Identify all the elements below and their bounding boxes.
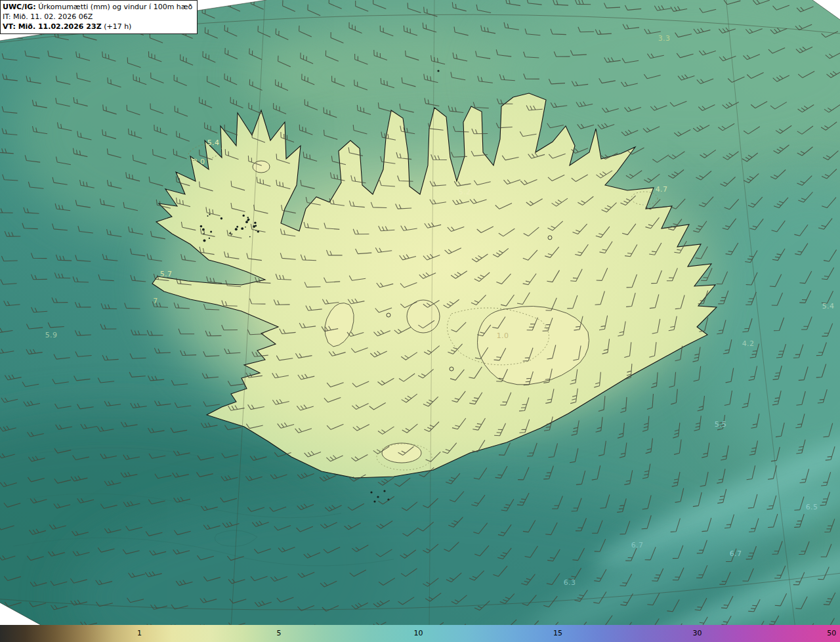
island-speck — [249, 236, 251, 238]
valid-time-line: VT: Mið. 11.02.2026 23Z (+17 h) — [3, 22, 192, 32]
island-speck — [247, 219, 249, 221]
map-canvas — [0, 0, 840, 625]
island-speck — [255, 225, 257, 227]
island-speck — [373, 500, 375, 502]
product-title: Úrkomumætti (mm) og vindur í 100m hæð — [38, 3, 192, 11]
colorbar: 1510153050 — [0, 625, 840, 642]
colorbar-tick: 15 — [553, 629, 562, 637]
colorbar-tick: 10 — [413, 629, 423, 637]
valid-time-offset: (+17 h) — [104, 22, 131, 31]
colorbar-tick: 1 — [137, 629, 142, 637]
island-speck — [236, 226, 238, 228]
island-speck — [377, 496, 379, 498]
island-speck — [220, 217, 222, 219]
island-speck — [207, 215, 209, 217]
island-speck — [209, 214, 210, 215]
colorbar-tick: 50 — [827, 629, 836, 637]
colorbar-tick: 30 — [692, 629, 702, 637]
island-speck — [243, 215, 245, 217]
valid-time: VT: Mið. 11.02.2026 23Z — [3, 22, 102, 31]
map-field — [0, 0, 840, 625]
island-speck — [254, 222, 256, 224]
island-speck — [370, 491, 372, 493]
island-speck — [232, 234, 233, 235]
island-speck — [383, 490, 385, 492]
island-speck — [245, 221, 248, 223]
product-title-line: UWC/IG: Úrkomumætti (mm) og vindur í 100… — [3, 2, 192, 12]
init-time: IT: Mið. 11. 02. 2026 06Z — [3, 12, 192, 22]
island-speck — [209, 238, 210, 239]
map-title-box: UWC/IG: Úrkomumætti (mm) og vindur í 100… — [0, 0, 198, 34]
island-speck — [241, 227, 243, 230]
island-speck — [200, 225, 203, 228]
island-speck — [210, 231, 212, 233]
island-speck — [203, 239, 206, 242]
island-speck — [437, 70, 439, 72]
colorbar-tick: 5 — [276, 629, 281, 637]
island-speck — [245, 226, 246, 228]
island-speck — [235, 228, 238, 230]
weather-map-page: 3.35.43.05.24.705.775.95.44.21.05.56.56.… — [0, 0, 840, 642]
model-label: UWC/IG: — [3, 3, 36, 11]
island-speck — [247, 217, 249, 218]
